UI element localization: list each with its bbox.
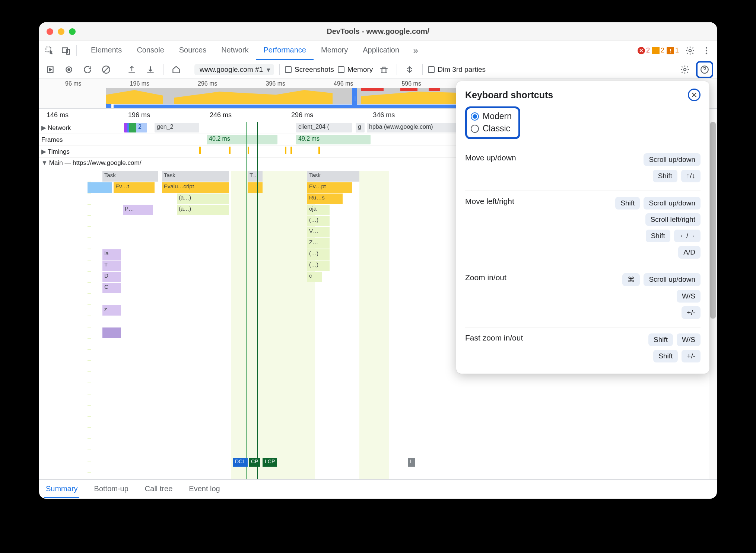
tab-application[interactable]: Application [355,41,407,60]
device-toolbar-icon[interactable] [58,43,73,58]
flame-bar[interactable]: z [102,305,121,316]
tab-console[interactable]: Console [129,41,171,60]
tab-elements[interactable]: Elements [83,41,129,60]
tab-network[interactable]: Network [214,41,256,60]
error-count[interactable]: ✕2 [638,47,650,54]
memory-checkbox[interactable]: Memory [338,65,373,74]
flame-scrollbar[interactable] [709,122,717,479]
tab-memory[interactable]: Memory [314,41,355,60]
flame-bar[interactable] [102,327,121,338]
perf-settings-icon[interactable] [677,62,692,77]
overview-handle-right[interactable]: || [352,88,357,108]
flame-bar[interactable]: (a…) [177,205,229,215]
inspect-element-icon[interactable] [42,43,57,58]
keycap: Scroll left/right [645,213,701,226]
warning-count[interactable]: 2 [652,47,664,54]
marker-load: L [408,458,415,467]
flame-bar[interactable]: Ru…s [307,194,343,204]
clear-icon[interactable] [99,62,114,77]
toggle-record-drawer-icon[interactable] [43,62,58,77]
flame-bar[interactable]: Z… [307,238,330,249]
settings-icon[interactable] [683,43,698,58]
flame-bar[interactable]: T… [248,171,263,182]
reload-record-icon[interactable] [80,62,95,77]
flame-bar[interactable]: ia [102,249,121,260]
flame-bar[interactable]: (a…) [177,194,229,204]
keycap: Scroll up/down [644,197,701,210]
collapse-triangle-icon[interactable]: ▼ [41,159,48,167]
upload-trace-icon[interactable] [124,62,139,77]
expand-triangle-icon[interactable]: ▶ [41,124,46,132]
titlebar: DevTools - www.google.com/ [39,22,717,41]
shortcut-label: Move up/down [465,153,516,162]
expand-triangle-icon[interactable]: ▶ [41,148,46,156]
panel-tabs: ElementsConsoleSourcesNetworkPerformance… [83,41,407,60]
svg-point-3 [689,49,692,52]
flame-bar[interactable]: (…) [307,260,330,271]
keycap: +/- [682,350,701,362]
flame-bar[interactable] [88,182,112,193]
flame-bar[interactable]: Task [307,171,359,182]
network-request-bar[interactable]: 2 [136,123,147,132]
flame-bar[interactable]: T [102,260,121,271]
frame-bar[interactable]: 40.2 ms [207,135,277,144]
details-tab-event-log[interactable]: Event log [187,481,221,498]
flame-bar[interactable]: Ev…t [114,182,155,193]
keycap: +/- [682,306,701,319]
issue-count[interactable]: !1 [667,47,679,54]
minimize-window-button[interactable] [58,28,64,35]
marker-lcp: LCP [263,458,277,467]
keycap: Scroll up/down [644,273,701,286]
details-tab-bottom-up[interactable]: Bottom-up [93,481,130,498]
download-trace-icon[interactable] [143,62,158,77]
network-request-bar[interactable]: g [356,123,365,132]
flame-bar[interactable]: oja [307,205,330,215]
issues-group[interactable]: ✕2 2 !1 [638,47,679,54]
fullscreen-window-button[interactable] [69,28,76,35]
traffic-lights [39,28,76,35]
home-icon[interactable] [169,62,184,77]
help-icon[interactable] [698,63,711,76]
flame-bar[interactable]: P… [123,205,153,215]
shortcut-label: Move left/right [465,197,514,206]
details-tab-call-tree[interactable]: Call tree [143,481,174,498]
kebab-menu-icon[interactable] [699,43,714,58]
frame-bar[interactable]: 49.2 ms [296,135,371,144]
dim-3p-checkbox[interactable]: Dim 3rd parties [428,65,486,74]
network-request-bar[interactable]: client_204 ( [296,123,352,132]
network-request-bar[interactable]: gen_2 [155,123,199,132]
scrollbar-thumb[interactable] [710,122,716,319]
flame-bar[interactable]: V… [307,227,330,237]
more-tabs-icon[interactable]: » [408,43,423,58]
shortcuts-mode-modern[interactable]: Modern [471,111,512,121]
tab-sources[interactable]: Sources [172,41,214,60]
trace-select[interactable]: www.google.com #1 [194,64,274,75]
svg-point-5 [706,49,707,51]
flame-bar[interactable]: Task [102,171,158,182]
help-button-highlight [696,61,713,78]
svg-point-4 [706,47,707,48]
gc-icon[interactable] [377,62,391,77]
flame-bar[interactable]: Ev…pt [307,182,352,193]
flame-bar[interactable]: (…) [307,216,330,226]
flame-bar[interactable]: (…) [307,249,330,260]
keycap: ←/→ [674,230,701,242]
close-window-button[interactable] [47,28,53,35]
close-icon[interactable] [688,89,701,101]
shortcuts-mode-classic[interactable]: Classic [471,124,512,134]
record-icon[interactable] [61,62,76,77]
window-title: DevTools - www.google.com/ [39,27,717,36]
flame-bar[interactable]: Evalu…cript [162,182,229,193]
collapse-panel-icon[interactable] [402,62,417,77]
keycap: Shift [653,170,677,182]
details-tab-summary[interactable]: Summary [44,481,79,498]
flame-bar[interactable] [248,182,263,193]
screenshots-checkbox[interactable]: Screenshots [285,65,334,74]
flame-bar[interactable]: c [307,272,322,282]
tab-performance[interactable]: Performance [256,41,314,60]
keycap: Shift [653,350,678,362]
flame-bar[interactable]: D [102,272,121,282]
flame-bar[interactable]: Task [162,171,229,182]
flame-bar[interactable]: C [102,283,121,293]
marker-dcl: DCL [233,458,248,467]
